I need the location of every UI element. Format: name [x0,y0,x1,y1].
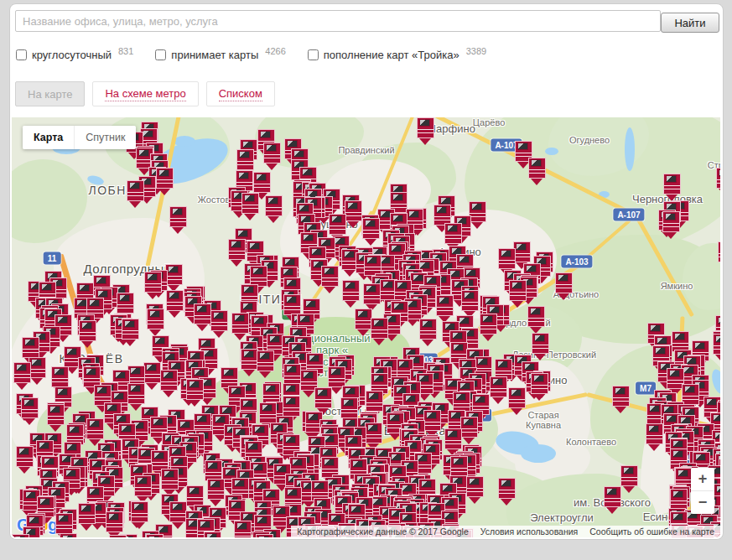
atm-marker[interactable] [490,376,507,397]
atm-marker[interactable] [127,180,144,201]
atm-marker[interactable] [231,313,249,334]
atm-marker[interactable] [355,309,372,329]
atm-marker[interactable] [207,479,225,500]
atm-marker[interactable] [620,465,638,486]
report-error-link[interactable]: Сообщить об ошибке на карте [584,526,720,537]
atm-marker[interactable] [194,303,211,324]
filter-troika-checkbox[interactable] [308,49,319,60]
atm-marker[interactable] [134,475,152,496]
filter-cards-checkbox[interactable] [155,49,166,60]
atm-marker[interactable] [21,397,39,418]
atm-marker[interactable] [169,206,187,227]
atm-marker[interactable] [16,446,34,467]
atm-marker[interactable] [228,239,246,260]
atm-marker[interactable] [716,168,720,189]
atm-marker[interactable] [713,334,720,355]
atm-marker[interactable] [663,174,681,194]
atm-marker[interactable] [328,366,345,387]
atm-marker[interactable] [106,511,123,532]
atm-marker[interactable] [161,469,179,490]
atm-marker[interactable] [508,387,526,408]
atm-marker[interactable] [531,373,548,394]
atm-marker[interactable] [604,486,621,507]
atm-marker[interactable] [79,320,96,341]
atm-marker[interactable] [29,357,46,378]
atm-marker[interactable] [283,364,301,385]
atm-marker[interactable] [147,309,164,329]
atm-marker[interactable] [109,535,127,537]
atm-marker[interactable] [321,266,339,287]
atm-marker[interactable] [78,503,96,524]
atm-marker[interactable] [371,318,388,339]
atm-marker[interactable] [444,223,462,244]
atm-marker[interactable] [461,290,479,311]
atm-marker[interactable] [234,521,252,537]
zoom-in-button[interactable]: + [691,468,714,491]
atm-marker[interactable] [241,349,258,370]
atm-marker[interactable] [419,319,437,340]
atm-marker[interactable] [241,193,259,214]
atm-marker[interactable] [283,294,301,315]
atm-marker[interactable] [283,396,300,417]
atm-marker[interactable] [527,306,545,327]
atm-marker[interactable] [460,417,478,438]
atm-marker[interactable] [47,404,65,425]
atm-marker[interactable] [345,200,362,221]
atm-marker[interactable] [436,295,454,316]
atm-marker[interactable] [166,290,184,311]
atm-marker[interactable] [262,383,280,404]
map-type-satellite-button[interactable]: Спутник [75,126,136,149]
atm-marker[interactable] [362,218,380,239]
map-canvas[interactable]: Карта Спутник Google + − Картографически… [12,117,720,537]
atm-marker[interactable] [718,241,720,262]
atm-marker[interactable] [444,428,462,449]
atm-marker[interactable] [253,172,271,193]
atm-marker[interactable] [509,280,527,301]
atm-marker[interactable] [236,149,254,170]
atm-marker[interactable] [13,362,31,383]
atm-marker[interactable] [127,383,145,404]
atm-marker[interactable] [342,280,360,301]
atm-marker[interactable] [646,423,663,444]
atm-marker[interactable] [466,476,484,497]
atm-marker[interactable] [259,402,277,423]
atm-marker[interactable] [160,370,178,391]
atm-marker[interactable] [60,533,77,537]
atm-marker[interactable] [146,534,164,537]
tab-on-map[interactable]: На карте [15,81,85,106]
atm-marker[interactable] [612,386,630,407]
atm-marker[interactable] [51,366,69,387]
atm-marker[interactable] [55,513,73,534]
search-input[interactable] [15,10,661,32]
atm-marker[interactable] [670,489,688,510]
atm-marker[interactable] [257,350,274,371]
atm-marker[interactable] [365,423,382,443]
atm-marker[interactable] [131,501,148,522]
atm-marker[interactable] [263,143,281,163]
atm-marker[interactable] [122,319,139,340]
zoom-out-button[interactable]: − [691,491,714,514]
atm-marker[interactable] [265,195,283,216]
tab-metro-scheme[interactable]: На схеме метро [92,81,198,106]
tab-list[interactable]: Списком [206,81,275,106]
atm-marker[interactable] [423,410,441,431]
atm-marker[interactable] [256,534,273,537]
atm-marker[interactable] [469,201,486,222]
atm-marker[interactable] [12,534,29,538]
atm-marker[interactable] [86,418,104,439]
filter-24h-checkbox[interactable] [16,49,27,60]
atm-marker[interactable] [555,272,573,293]
atm-marker[interactable] [532,333,549,354]
atm-marker[interactable] [480,314,497,334]
atm-marker[interactable] [498,248,516,269]
terms-link[interactable]: Условия использования [475,526,584,537]
atm-marker[interactable] [22,337,39,358]
atm-marker[interactable] [156,168,174,189]
atm-marker[interactable] [314,387,332,408]
search-button[interactable]: Найти [661,13,719,33]
atm-marker[interactable] [662,211,680,232]
atm-marker[interactable] [144,272,162,293]
atm-marker[interactable] [340,397,358,418]
atm-marker[interactable] [186,485,204,506]
atm-marker[interactable] [117,293,134,314]
